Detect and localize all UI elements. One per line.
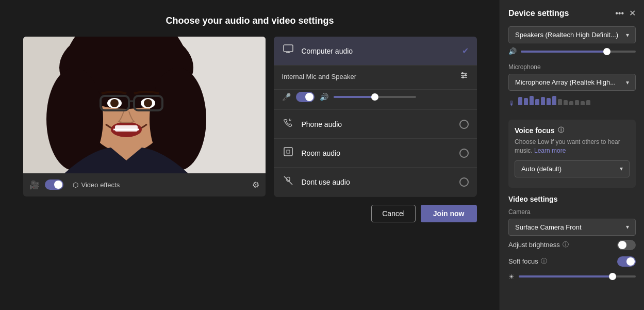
room-audio-radio[interactable] — [459, 149, 469, 158]
mic-bar-4 — [535, 99, 539, 105]
adjust-brightness-row: Adjust brightness ⓘ — [508, 240, 636, 250]
content-row: 🎥 ⬡ Video effects ⚙ — [23, 37, 477, 197]
device-settings-panel: Device settings ••• ✕ Speakers (Realtech… — [500, 0, 644, 310]
microphone-dropdown-arrow: ▾ — [626, 79, 629, 86]
camera-label: Camera — [508, 208, 636, 216]
phone-audio-icon — [282, 117, 294, 131]
close-button[interactable]: ✕ — [629, 8, 636, 18]
room-audio-icon — [282, 146, 294, 160]
svg-rect-30 — [284, 148, 292, 156]
mixer-icon — [459, 71, 469, 82]
camera-icon: 🎥 — [29, 180, 40, 190]
computer-audio-label: Computer audio — [302, 47, 455, 55]
mic-bar-1 — [518, 97, 522, 105]
voice-focus-dropdown[interactable]: Auto (default) ▾ — [515, 160, 630, 177]
more-options-button[interactable]: ••• — [615, 9, 624, 18]
bottom-buttons: Cancel Join now — [23, 205, 477, 222]
speakers-dropdown[interactable]: Speakers (Realtech High Definit...) ▾ — [508, 26, 636, 43]
video-effects-button[interactable]: ⬡ Video effects — [73, 181, 120, 189]
camera-feed — [23, 37, 266, 173]
camera-video — [23, 37, 266, 173]
computer-audio-icon — [282, 44, 294, 58]
mic-bar-13 — [586, 100, 590, 105]
mic-toggle[interactable] — [296, 92, 315, 102]
microphone-dropdown[interactable]: Microphone Array (Realtek High... ▾ — [508, 74, 636, 91]
microphone-value: Microphone Array (Realtek High... — [515, 78, 622, 86]
camera-toggle[interactable] — [45, 180, 63, 190]
camera-preview: 🎥 ⬡ Video effects ⚙ — [23, 37, 266, 197]
brightness-icon: ☀ — [508, 273, 515, 281]
microphone-section: Microphone Microphone Array (Realtek Hig… — [508, 63, 636, 111]
svg-rect-31 — [287, 150, 290, 153]
effects-label: Video effects — [81, 181, 120, 189]
voice-focus-value: Auto (default) — [521, 165, 616, 173]
computer-audio-check: ✔ — [462, 46, 469, 56]
speakers-volume-icon: 🔊 — [508, 47, 517, 55]
camera-dropdown-arrow: ▾ — [626, 223, 629, 231]
adjust-brightness-toggle[interactable] — [617, 240, 636, 250]
audio-option-phone[interactable]: Phone audio — [274, 110, 477, 139]
voice-focus-box: Voice focus ⓘ Choose Low if you want oth… — [508, 120, 636, 188]
soft-focus-info-icon[interactable]: ⓘ — [541, 257, 547, 266]
speakers-volume-row: 🔊 — [508, 47, 636, 55]
mic-icon: 🎤 — [282, 93, 291, 101]
panel-title: Device settings — [508, 9, 569, 18]
voice-focus-info-icon[interactable]: ⓘ — [558, 126, 564, 135]
mic-level-bars — [518, 95, 590, 105]
mic-volume-row: 🎤 🔊 — [274, 90, 477, 110]
microphone-label: Microphone — [508, 63, 636, 71]
soft-focus-toggle[interactable] — [617, 256, 636, 267]
soft-focus-label: Soft focus ⓘ — [508, 257, 547, 266]
audio-panel: Computer audio ✔ Internal Mic and Speake… — [274, 37, 477, 197]
camera-settings-button[interactable]: ⚙ — [252, 180, 259, 190]
voice-focus-title: Voice focus — [515, 126, 555, 135]
phone-audio-radio[interactable] — [459, 120, 469, 129]
svg-point-15 — [110, 99, 119, 107]
main-area: Choose your audio and video settings — [0, 0, 500, 310]
no-audio-icon — [282, 175, 294, 189]
panel-header-icons: ••• ✕ — [615, 8, 636, 18]
mic-level-row: 🎙 — [508, 95, 636, 111]
svg-line-32 — [284, 176, 292, 185]
speakers-value: Speakers (Realtech High Definit...) — [515, 31, 622, 39]
effects-icon: ⬡ — [73, 181, 78, 189]
svg-point-27 — [462, 76, 464, 78]
audio-option-computer[interactable]: Computer audio ✔ — [274, 37, 477, 66]
camera-value: Surface Camera Front — [515, 223, 622, 231]
voice-focus-dropdown-arrow: ▾ — [620, 165, 623, 172]
no-audio-radio[interactable] — [459, 177, 469, 187]
brightness-info-icon[interactable]: ⓘ — [563, 240, 569, 249]
mic-bar-7 — [552, 96, 556, 105]
speakers-dropdown-arrow: ▾ — [626, 31, 629, 39]
audio-option-none[interactable]: Dont use audio — [274, 168, 477, 197]
speakers-section: Speakers (Realtech High Definit...) ▾ 🔊 — [508, 26, 636, 55]
mic-bar-11 — [575, 100, 579, 105]
mic-bar-8 — [558, 99, 562, 105]
brightness-slider[interactable] — [519, 275, 636, 278]
voice-focus-desc: Choose Low if you want others to hear mu… — [515, 138, 630, 155]
camera-dropdown[interactable]: Surface Camera Front ▾ — [508, 219, 636, 236]
internal-mic-label: Internal Mic and Speaker — [282, 73, 453, 80]
cancel-button[interactable]: Cancel — [371, 205, 416, 222]
mic-bar-2 — [524, 98, 528, 105]
mic-bar-3 — [530, 96, 534, 105]
svg-point-25 — [461, 72, 464, 74]
camera-controls: 🎥 ⬡ Video effects ⚙ — [23, 173, 266, 196]
video-settings-section: Video settings Camera Surface Camera Fro… — [508, 195, 636, 281]
soft-focus-row: Soft focus ⓘ — [508, 256, 636, 267]
join-button[interactable]: Join now — [421, 205, 477, 222]
page-title: Choose your audio and video settings — [166, 15, 334, 26]
mic-bar-9 — [564, 100, 568, 105]
voice-focus-learn-more[interactable]: Learn more — [534, 147, 566, 154]
mic-bar-5 — [541, 97, 545, 105]
room-audio-label: Room audio — [302, 149, 452, 157]
svg-rect-19 — [284, 45, 293, 52]
audio-option-room[interactable]: Room audio — [274, 139, 477, 168]
brightness-slider-row: ☀ — [508, 273, 636, 281]
mic-level-icon: 🎙 — [508, 100, 515, 107]
internal-mic-row: Internal Mic and Speaker — [274, 66, 477, 90]
svg-rect-18 — [115, 125, 138, 132]
adjust-brightness-label: Adjust brightness ⓘ — [508, 240, 569, 249]
speakers-volume-slider[interactable] — [521, 51, 636, 53]
volume-slider[interactable] — [334, 96, 416, 98]
